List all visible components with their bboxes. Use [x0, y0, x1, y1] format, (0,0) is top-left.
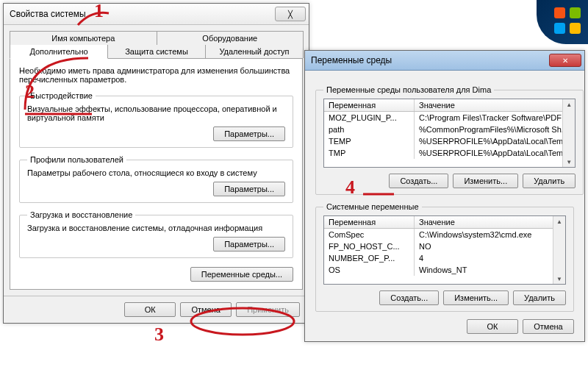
scroll-up-icon[interactable]: ▲	[554, 216, 564, 227]
sysprops-tab-body: Необходимо иметь права администратора дл…	[10, 59, 303, 290]
user-edit-button[interactable]: Изменить...	[453, 174, 518, 188]
col-variable[interactable]: Переменная	[324, 216, 415, 228]
performance-legend: Быстродействие	[27, 91, 96, 100]
var-name: TEMP	[324, 135, 415, 147]
annotation-3: 3	[154, 324, 164, 346]
scroll-up-icon[interactable]: ▲	[564, 99, 574, 110]
var-value: C:\Windows\system32\cmd.exe	[415, 229, 565, 240]
tab-system-protection[interactable]: Защита системы	[107, 45, 206, 58]
env-titlebar: Переменные среды ✕	[305, 51, 584, 71]
sys-table-header: Переменная Значение	[324, 216, 565, 229]
sysprops-bottom-buttons: ОК Отмена Применить	[4, 296, 309, 323]
close-icon[interactable]: ╳	[275, 7, 306, 21]
sys-edit-button[interactable]: Изменить...	[443, 290, 509, 305]
ok-button[interactable]: ОК	[124, 302, 176, 317]
profiles-params-button[interactable]: Параметры...	[213, 182, 285, 196]
table-row[interactable]: ComSpecC:\Windows\system32\cmd.exe	[324, 229, 565, 240]
env-body: Переменные среды пользователя для Dima П…	[305, 71, 584, 341]
sysprops-titlebar: Свойства системы ╳	[4, 4, 309, 25]
var-value: %CommonProgramFiles%\Microsoft Sh...	[415, 124, 575, 135]
user-table-header: Переменная Значение	[324, 99, 575, 112]
scroll-down-icon[interactable]: ▼	[564, 157, 574, 167]
sysprops-title: Свойства системы	[10, 9, 86, 19]
profiles-text: Параметры рабочего стола, относящиеся ко…	[27, 168, 285, 177]
var-name: TMP	[324, 147, 415, 159]
boot-legend: Загрузка и восстановление	[27, 210, 135, 219]
var-value: 4	[415, 252, 565, 264]
user-vars-group: Переменные среды пользователя для Dima П…	[315, 85, 584, 195]
user-vars-table[interactable]: Переменная Значение MOZ_PLUGIN_P...C:\Pr…	[323, 99, 576, 168]
tab-advanced[interactable]: Дополнительно	[10, 45, 108, 59]
performance-group: Быстродействие Визуальные эффекты, испол…	[19, 91, 293, 148]
table-row[interactable]: FP_NO_HOST_C...NO	[324, 240, 565, 252]
table-row[interactable]: TEMP%USERPROFILE%\AppData\Local\Temp	[324, 135, 575, 147]
scrollbar[interactable]: ▲ ▼	[553, 216, 565, 284]
cancel-button[interactable]: Отмена	[180, 302, 232, 317]
env-vars-button[interactable]: Переменные среды...	[190, 267, 293, 282]
windows-logo-corner	[537, 0, 588, 44]
sys-vars-table[interactable]: Переменная Значение ComSpecC:\Windows\sy…	[323, 215, 566, 285]
boot-text: Загрузка и восстановление системы, отлад…	[27, 224, 285, 232]
table-row[interactable]: MOZ_PLUGIN_P...C:\Program Files\Tracker …	[324, 112, 575, 124]
user-delete-button[interactable]: Удалить	[523, 174, 576, 188]
tab-remote[interactable]: Удаленный доступ	[205, 45, 304, 58]
sys-create-button[interactable]: Создать...	[379, 290, 439, 305]
boot-params-button[interactable]: Параметры...	[213, 237, 285, 252]
tab-computer-name[interactable]: Имя компьютера	[10, 31, 157, 45]
scrollbar[interactable]: ▲ ▼	[562, 99, 575, 167]
env-title: Переменные среды	[311, 55, 392, 65]
env-ok-button[interactable]: ОК	[467, 319, 518, 334]
var-value: %USERPROFILE%\AppData\Local\Temp	[415, 135, 575, 147]
col-value[interactable]: Значение	[415, 99, 575, 111]
env-vars-dialog: Переменные среды ✕ Переменные среды поль…	[304, 50, 585, 342]
table-row[interactable]: NUMBER_OF_P...4	[324, 252, 565, 264]
var-value: %USERPROFILE%\AppData\Local\Temp	[415, 147, 575, 159]
performance-params-button[interactable]: Параметры...	[213, 126, 285, 141]
var-value: C:\Program Files\Tracker Software\PDF ..…	[415, 112, 575, 124]
col-variable[interactable]: Переменная	[324, 99, 415, 111]
table-row[interactable]: path%CommonProgramFiles%\Microsoft Sh...	[324, 124, 575, 135]
var-name: MOZ_PLUGIN_P...	[324, 112, 415, 124]
table-row[interactable]: OSWindows_NT	[324, 264, 565, 276]
sys-vars-group: Системные переменные Переменная Значение…	[315, 202, 574, 312]
var-name: NUMBER_OF_P...	[324, 252, 415, 264]
user-vars-legend: Переменные среды пользователя для Dima	[323, 85, 494, 94]
performance-text: Визуальные эффекты, использование процес…	[27, 104, 285, 122]
env-cancel-button[interactable]: Отмена	[523, 319, 574, 334]
sys-delete-button[interactable]: Удалить	[513, 290, 566, 305]
var-value: Windows_NT	[415, 264, 565, 276]
var-value: NO	[415, 240, 565, 252]
table-row[interactable]: TMP%USERPROFILE%\AppData\Local\Temp	[324, 147, 575, 159]
scroll-down-icon[interactable]: ▼	[554, 274, 564, 284]
tab-hardware[interactable]: Оборудование	[157, 31, 304, 45]
var-name: OS	[324, 264, 415, 276]
close-icon[interactable]: ✕	[549, 54, 581, 67]
col-value[interactable]: Значение	[415, 216, 565, 228]
profiles-group: Профили пользователей Параметры рабочего…	[19, 155, 293, 203]
sysprops-tabs: Имя компьютера Оборудование Дополнительн…	[10, 31, 303, 59]
boot-group: Загрузка и восстановление Загрузка и вос…	[19, 210, 293, 258]
var-name: path	[324, 124, 415, 135]
windows-flag-icon	[554, 7, 581, 34]
sys-vars-legend: Системные переменные	[323, 202, 422, 211]
apply-button[interactable]: Применить	[236, 302, 300, 317]
intro-text: Необходимо иметь права администратора дл…	[19, 66, 293, 84]
user-create-button[interactable]: Создать...	[389, 174, 448, 188]
var-name: ComSpec	[324, 229, 415, 240]
profiles-legend: Профили пользователей	[27, 155, 126, 164]
system-properties-dialog: Свойства системы ╳ Имя компьютера Оборуд…	[3, 3, 309, 324]
var-name: FP_NO_HOST_C...	[324, 240, 415, 252]
